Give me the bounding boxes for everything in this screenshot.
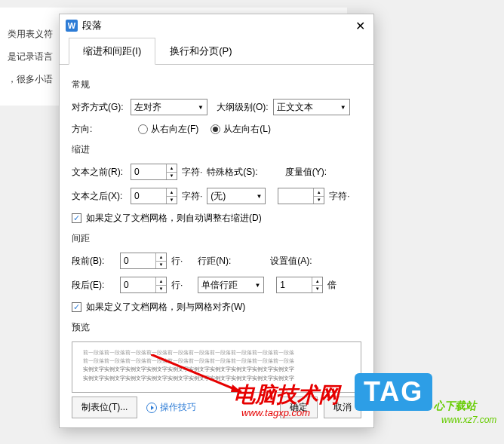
special-combo[interactable]: ▼ (207, 188, 266, 204)
special-label: 特殊格式(S): (207, 166, 257, 179)
dropdown-arrow-icon[interactable]: ▼ (337, 104, 349, 111)
setvalue-value[interactable] (277, 277, 312, 292)
spin-down-icon[interactable]: ▼ (312, 286, 322, 293)
indent-after-spinner[interactable]: ▲▼ (131, 188, 177, 204)
spin-down-icon[interactable]: ▼ (167, 173, 177, 180)
preview-line: 实例文字实例文字实例文字实例文字实例文字实例文字实例文字实例文字实例文字实例文字 (83, 374, 350, 382)
dropdown-arrow-icon[interactable]: ▼ (253, 193, 265, 200)
preview-line: 前一段落前一段落前一段落前一段落前一段落前一段落前一段落前一段落前一段落前一段落 (83, 348, 350, 357)
spin-up-icon[interactable]: ▲ (167, 164, 177, 173)
auto-adjust-label: 如果定义了文档网格，则自动调整右缩进(D) (86, 212, 262, 225)
tabstop-button[interactable]: 制表位(T)... (72, 397, 137, 418)
auto-adjust-checkbox[interactable]: ✓ 如果定义了文档网格，则自动调整右缩进(D) (72, 212, 262, 225)
spin-down-icon[interactable]: ▼ (167, 197, 177, 204)
unit-label: 行· (171, 279, 183, 292)
radio-rtl[interactable]: 从右向左(F) (138, 123, 198, 136)
spin-down-icon[interactable]: ▼ (314, 197, 324, 204)
unit-label: 字符· (329, 190, 349, 203)
watermark-url-2: www.xz7.com (441, 415, 496, 425)
indent-before-spinner[interactable]: ▲▼ (131, 164, 177, 180)
radio-icon (211, 124, 220, 134)
dialog-content: 常规 对齐方式(G): ▼ 大纲级别(O): ▼ 方向: 从右向左(F) (60, 65, 373, 400)
play-icon (146, 403, 157, 413)
measure-label: 度量值(Y): (285, 166, 327, 179)
paragraph-dialog: W 段落 ✕ 缩进和间距(I) 换行和分页(P) 常规 对齐方式(G): ▼ 大… (59, 14, 374, 428)
tab-line-page-breaks[interactable]: 换行和分页(P) (155, 38, 246, 65)
outline-value[interactable] (274, 102, 337, 112)
tab-indent-spacing[interactable]: 缩进和间距(I) (69, 38, 155, 65)
section-spacing: 间距 (72, 232, 361, 245)
tab-bar: 缩进和间距(I) 换行和分页(P) (60, 37, 373, 65)
watermark-text-2: 心下载站 (434, 400, 476, 413)
titlebar: W 段落 ✕ (60, 14, 373, 37)
line-spacing-value[interactable] (198, 280, 251, 290)
direction-label: 方向: (72, 123, 126, 136)
ok-button[interactable]: 确定 (280, 397, 318, 418)
space-before-label: 段前(B): (72, 255, 115, 268)
setvalue-label: 设置值(A): (270, 255, 312, 268)
align-combo[interactable]: ▼ (131, 99, 207, 115)
snap-grid-label: 如果定义了文档网格，则与网格对齐(W) (86, 301, 245, 314)
unit-label: 行· (171, 255, 183, 268)
radio-rtl-label: 从右向左(F) (151, 123, 198, 136)
preview-box: 前一段落前一段落前一段落前一段落前一段落前一段落前一段落前一段落前一段落前一段落… (72, 341, 361, 393)
snap-grid-checkbox[interactable]: ✓ 如果定义了文档网格，则与网格对齐(W) (72, 301, 245, 314)
outline-combo[interactable]: ▼ (273, 99, 350, 115)
spin-down-icon[interactable]: ▼ (156, 262, 166, 269)
radio-ltr-label: 从左向右(L) (223, 123, 271, 136)
align-value[interactable] (131, 102, 195, 112)
dropdown-arrow-icon[interactable]: ▼ (195, 104, 207, 111)
space-before-value[interactable] (121, 253, 155, 268)
space-after-value[interactable] (121, 277, 155, 292)
dropdown-arrow-icon[interactable]: ▼ (251, 282, 263, 289)
section-indent: 缩进 (72, 143, 361, 156)
close-button[interactable]: ✕ (352, 18, 367, 33)
setvalue-spinner[interactable]: ▲▼ (276, 277, 323, 293)
dialog-title: 段落 (82, 19, 102, 32)
line-spacing-combo[interactable]: ▼ (198, 277, 264, 293)
measure-spinner[interactable]: ▲▼ (278, 188, 324, 204)
spin-up-icon[interactable]: ▲ (312, 277, 322, 286)
dialog-footer: 制表位(T)... 操作技巧 确定 取消 (72, 397, 361, 418)
space-before-spinner[interactable]: ▲▼ (120, 253, 167, 269)
tips-link[interactable]: 操作技巧 (146, 401, 196, 414)
indent-after-value[interactable] (131, 188, 166, 204)
radio-icon (138, 124, 148, 134)
unit-label: 字符· (182, 166, 202, 179)
spin-up-icon[interactable]: ▲ (314, 188, 324, 197)
radio-ltr[interactable]: 从左向右(L) (211, 123, 271, 136)
special-value[interactable] (207, 191, 253, 201)
indent-after-label: 文本之后(X): (72, 190, 126, 203)
preview-line: 前一段落前一段落前一段落前一段落前一段落前一段落前一段落前一段落前一段落前一段落 (83, 357, 350, 365)
app-icon: W (66, 20, 78, 32)
indent-before-value[interactable] (131, 164, 166, 179)
checkbox-icon: ✓ (72, 213, 81, 223)
spin-up-icon[interactable]: ▲ (156, 277, 166, 286)
preview-line: 实例文字实例文字实例文字实例文字实例文字实例文字实例文字实例文字实例文字实例文字 (83, 365, 350, 373)
unit-label: 字符· (182, 190, 202, 203)
space-after-spinner[interactable]: ▲▼ (120, 277, 167, 293)
indent-before-label: 文本之前(R): (72, 166, 126, 179)
tips-label: 操作技巧 (160, 401, 196, 414)
outline-label: 大纲级别(O): (217, 101, 269, 114)
spin-up-icon[interactable]: ▲ (156, 253, 166, 262)
measure-value[interactable] (278, 188, 313, 204)
cancel-button[interactable]: 取消 (324, 397, 361, 418)
checkbox-icon: ✓ (72, 302, 81, 312)
section-preview: 预览 (72, 321, 361, 334)
line-spacing-label: 行距(N): (198, 255, 231, 268)
section-general: 常规 (72, 78, 361, 91)
align-label: 对齐方式(G): (72, 101, 126, 114)
unit-label: 倍 (327, 279, 337, 292)
spin-up-icon[interactable]: ▲ (167, 188, 177, 197)
space-after-label: 段后(E): (72, 279, 115, 292)
spin-down-icon[interactable]: ▼ (156, 286, 166, 293)
